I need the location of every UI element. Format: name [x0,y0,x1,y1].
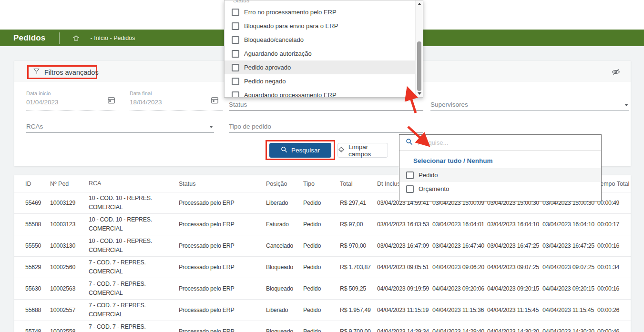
tipo-option[interactable]: Orçamento [399,182,601,196]
calendar-icon[interactable] [107,96,115,106]
select-all-link[interactable]: Selecionar tudo / Nenhum [413,157,493,164]
table-cell: 10003123 [50,221,89,228]
data-final-field[interactable]: Data final 18/04/2023 [130,91,223,111]
filters-title[interactable]: Filtros avançados [44,69,99,76]
chevron-down-icon [209,126,213,128]
tipo-pedido-field[interactable]: Tipo de pedido [229,121,423,133]
table-cell: 10002557 [50,307,89,313]
status-dropdown: Status Erro no processamento pelo ERPBlo… [224,0,423,98]
annotation-filtros-box: Filtros avançados [27,65,97,79]
eraser-icon [338,146,345,154]
scroll-down-icon[interactable] [418,92,421,95]
dropdown-search-input[interactable] [417,139,574,147]
home-icon[interactable] [72,34,80,42]
table-cell: 04/04/2023 09:07:25 [542,264,597,271]
table-cell: 55630 [25,285,50,292]
table-cell: Processado pelo ERP [179,221,266,228]
table-cell: 03/04/2023 16:03:53 [377,221,432,228]
table-cell: Processado pelo ERP [179,328,266,332]
clipped-label-fragment: Status [233,0,249,4]
checkbox[interactable] [406,185,414,193]
table-row[interactable]: 55688100025577 - COD. 7 - REPRES. COMERC… [14,299,631,321]
table-cell: 04/04/2023 11:15:36 [432,307,487,313]
table-cell: 10003129 [50,200,89,206]
table-cell: 04/04/2023 09:05:51 [377,264,432,271]
table-cell: Cancelado [266,242,303,249]
table-cell: R$ 1.703,87 [340,264,377,271]
table-cell: Pedido [303,221,340,228]
table-cell: Bloqueado [266,328,303,332]
checkbox[interactable] [232,64,239,71]
status-option[interactable]: Pedido negado [225,74,415,88]
table-cell: Pedido [303,264,340,271]
table-cell: R$ 297,41 [340,200,377,206]
status-option[interactable]: Aguardando autorização [225,47,415,60]
table-cell: 55508 [25,221,50,228]
table-cell: Processado pelo ERP [179,307,266,313]
table-cell: 00:00:26 [597,307,631,313]
table-cell: 55629 [25,264,50,271]
table-cell: Pedido [303,285,340,292]
page-title: Pedidos [13,33,46,43]
checkbox[interactable] [232,36,239,44]
table-cell: 04/04/2023 14:30:20 [487,328,542,332]
status-option[interactable]: Aguardando processamento ERP [225,88,415,98]
table-cell: Processado pelo ERP [179,285,266,292]
limpar-campos-button[interactable]: Limpar campos [337,143,388,158]
option-label: Aguardando autorização [244,50,312,57]
table-row[interactable]: 55630100025637 - COD. 7 - REPRES. COMERC… [14,278,631,299]
status-option[interactable]: Bloqueado/cancelado [225,33,415,47]
table-cell: 04/04/2023 09:20:15 [487,285,542,292]
table-row[interactable]: 55748100025587 - COD. 7 - REPRES. COMERC… [14,321,631,332]
dropdown-scrollbar[interactable] [415,0,423,97]
data-final-label: Data final [130,91,152,96]
option-label: Bloqueado para envio para o ERP [244,22,338,30]
table-cell: Pedido [303,328,340,332]
rcas-field[interactable]: RCAs [26,121,214,133]
filter-icon[interactable] [33,68,40,77]
table-row[interactable]: 555501000313010 - COD. 10 - REPRES. COME… [14,235,631,256]
checkbox[interactable] [232,22,239,30]
status-option[interactable]: Erro no processamento pelo ERP [225,5,415,19]
checkbox[interactable] [406,171,414,179]
option-label: Bloqueado/cancelado [244,36,304,43]
table-cell: 10 - COD. 10 - REPRES. COMERCIAL [89,237,179,254]
checkbox[interactable] [232,9,239,16]
table-cell: 04/04/2023 11:15:45 [487,307,542,313]
supervisores-field[interactable]: Supervisores [430,91,629,111]
data-inicio-field[interactable]: Data inicio 01/04/2023 [26,91,119,111]
scroll-up-icon[interactable] [418,3,421,5]
calendar-icon[interactable] [211,96,219,106]
table-cell: Processado pelo ERP [179,264,266,271]
status-option[interactable]: Bloqueado para envio para o ERP [225,19,415,33]
table-cell: 10003130 [50,242,89,249]
table-cell: Liberado [266,307,303,313]
table-cell: Faturado [266,221,303,228]
column-header: Status [179,181,266,187]
status-option[interactable]: Pedido aprovado [225,60,415,74]
tipo-option[interactable]: Pedido [399,168,601,182]
table-cell: 03/04/2023 16:47:25 [542,242,597,249]
table-body: 554691000312910 - COD. 10 - REPRES. COME… [14,192,631,332]
table-row[interactable]: 555081000312310 - COD. 10 - REPRES. COME… [14,213,631,235]
table-cell: 00:00:46 [597,328,631,332]
hide-filters-icon[interactable] [611,67,621,79]
scrollbar-thumb[interactable] [417,41,421,91]
table-cell: Processado pelo ERP [179,242,266,249]
table-row[interactable]: 55629100025607 - COD. 7 - REPRES. COMERC… [14,256,631,278]
option-label: Orçamento [419,185,449,192]
tipo-options-list: PedidoOrçamento [399,168,601,196]
checkbox[interactable] [232,50,239,58]
checkbox[interactable] [232,91,239,98]
limpar-campos-button-label: Limpar campos [348,143,388,158]
table-cell: 00:00:17 [597,221,631,228]
table-cell: 00:00:49 [597,200,631,206]
column-header: RCA [89,179,179,188]
checkbox[interactable] [232,78,239,85]
table-cell: 00:00:16 [597,285,631,292]
table-cell: 10 - COD. 10 - REPRES. COMERCIAL [89,215,179,233]
status-options-list: Erro no processamento pelo ERPBloqueado … [225,5,415,98]
table-cell: 04/04/2023 14:30:20 [542,328,597,332]
table-cell: 04/04/2023 09:19:59 [377,285,432,292]
option-label: Aguardando processamento ERP [244,91,337,98]
